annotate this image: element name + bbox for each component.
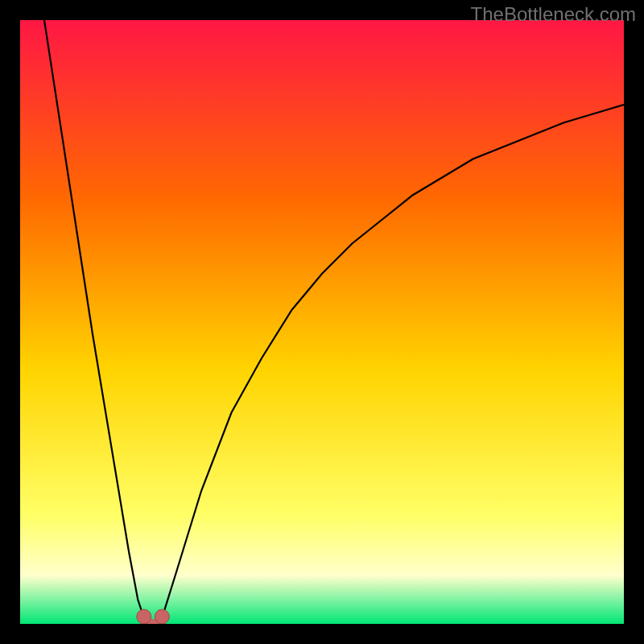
- heat-gradient-background: [20, 20, 624, 624]
- bottleneck-curve-chart: [20, 20, 624, 624]
- min-marker-right: [155, 609, 169, 624]
- min-marker-left: [137, 609, 151, 624]
- plot-area: [20, 20, 624, 624]
- chart-frame: TheBottleneck.com: [0, 0, 644, 644]
- watermark-text: TheBottleneck.com: [471, 3, 636, 26]
